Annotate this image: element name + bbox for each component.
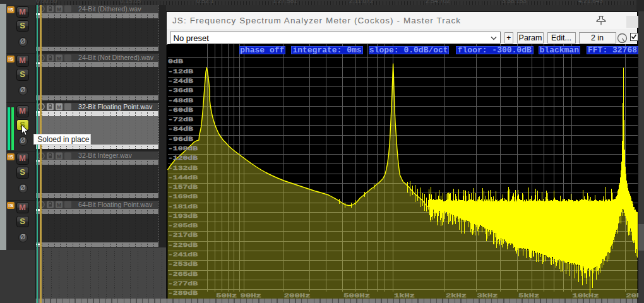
svg-text:-265dB: -265dB (168, 271, 198, 278)
svg-text:-289dB: -289dB (168, 290, 198, 297)
svg-text:200Hz: 200Hz (283, 292, 310, 299)
svg-text:-253dB: -253dB (168, 261, 198, 268)
svg-text:2kHz: 2kHz (446, 292, 467, 299)
svg-text:-181dB: -181dB (168, 203, 198, 210)
svg-text:-205dB: -205dB (168, 222, 198, 229)
svg-text:1kHz: 1kHz (394, 292, 415, 299)
svg-text:500Hz: 500Hz (343, 292, 370, 299)
svg-text:-84dB: -84dB (168, 126, 193, 133)
svg-text:-36dB: -36dB (168, 87, 193, 94)
svg-text:M: M (57, 153, 62, 159)
svg-text:3kHz: 3kHz (477, 292, 498, 299)
svg-text:0dB: 0dB (168, 58, 183, 65)
svg-text:-277dB: -277dB (168, 280, 198, 287)
svg-text:90Hz: 90Hz (240, 292, 261, 299)
svg-text:-60dB: -60dB (168, 107, 193, 114)
svg-text:M: M (57, 55, 62, 61)
svg-text:-217dB: -217dB (168, 232, 198, 239)
svg-text:-132dB: -132dB (168, 165, 198, 172)
svg-text:-108dB: -108dB (168, 145, 198, 152)
svg-text:-169dB: -169dB (168, 193, 198, 200)
svg-text:-72dB: -72dB (168, 116, 193, 123)
svg-text:M: M (57, 202, 62, 208)
svg-text:-241dB: -241dB (168, 251, 198, 258)
svg-text:-96dB: -96dB (168, 136, 193, 143)
svg-text:-48dB: -48dB (168, 97, 193, 104)
svg-text:-12dB: -12dB (168, 68, 193, 75)
svg-text:M: M (57, 6, 62, 13)
svg-text:-157dB: -157dB (168, 184, 198, 191)
svg-text:-144dB: -144dB (168, 174, 198, 181)
svg-text:-193dB: -193dB (168, 213, 198, 220)
svg-text:10kHz: 10kHz (572, 292, 599, 299)
svg-text:5kHz: 5kHz (518, 292, 539, 299)
svg-text:-24dB: -24dB (168, 78, 193, 85)
svg-text:M: M (57, 104, 62, 110)
svg-text:50Hz: 50Hz (216, 292, 237, 299)
svg-text:-120dB: -120dB (168, 155, 198, 162)
svg-text:-229dB: -229dB (168, 242, 198, 249)
svg-text:20kH: 20kH (626, 292, 638, 299)
